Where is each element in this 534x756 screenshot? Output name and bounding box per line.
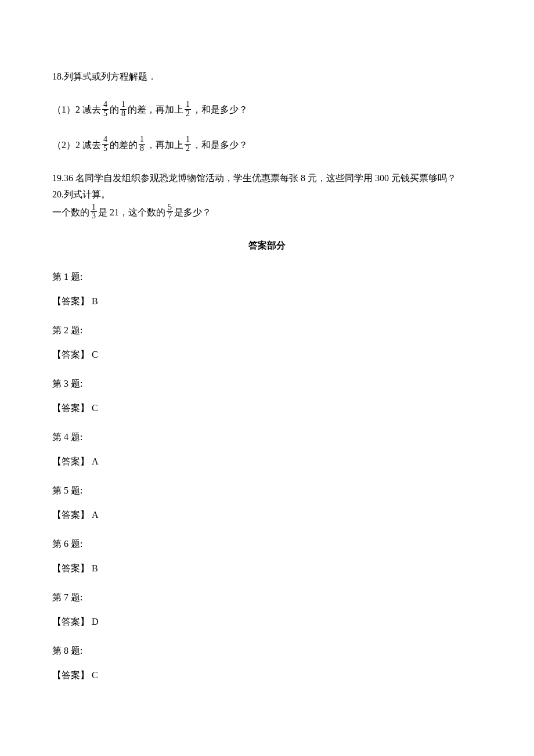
q18-sub1-mid2: 的差，再加上 [128, 103, 183, 117]
answer-value: 【答案】 C [52, 401, 482, 415]
fraction-4-5: 4 5 [102, 100, 109, 118]
answer-block-4: 第 4 题: 【答案】 A [52, 430, 482, 469]
answer-question-label: 第 8 题: [52, 644, 482, 658]
q20-post: 是多少？ [174, 206, 211, 219]
fraction-denominator: 2 [185, 110, 191, 118]
question-19: 19.36 名同学自发组织参观恐龙博物馆活动，学生优惠票每张 8 元，这些同学用… [52, 171, 482, 185]
question-18-sub2: （2）2 减去 4 5 的差的 1 8 ，再加上 1 2 ，和是多少？ [52, 136, 482, 153]
q18-sub2-pre: （2）2 减去 [52, 138, 101, 152]
answer-value: 【答案】 A [52, 508, 482, 522]
fraction-5-7: 5 7 [167, 203, 173, 221]
answer-value: 【答案】 A [52, 455, 482, 469]
fraction-denominator: 8 [139, 145, 145, 153]
answer-block-5: 第 5 题: 【答案】 A [52, 484, 482, 522]
q20-mid1: 是 21，这个数的 [98, 206, 165, 219]
answer-block-8: 第 8 题: 【答案】 C [52, 644, 482, 682]
answer-block-2: 第 2 题: 【答案】 C [52, 323, 482, 362]
fraction-numerator: 1 [120, 100, 127, 110]
answer-value: 【答案】 C [52, 668, 482, 682]
answers-header: 答案部分 [52, 239, 482, 253]
fraction-numerator: 1 [185, 135, 191, 145]
q18-sub2-mid2: ，再加上 [146, 138, 183, 152]
q18-sub2-mid1: 的差的 [110, 138, 138, 152]
fraction-4-5: 4 5 [102, 135, 109, 153]
fraction-numerator: 4 [102, 100, 109, 110]
fraction-denominator: 3 [91, 212, 97, 221]
answer-question-label: 第 6 题: [52, 537, 482, 551]
fraction-denominator: 5 [102, 110, 109, 118]
answer-value: 【答案】 B [52, 294, 482, 308]
q20-pre: 一个数的 [52, 206, 89, 219]
answer-block-1: 第 1 题: 【答案】 B [52, 270, 482, 308]
answer-question-label: 第 3 题: [52, 377, 482, 391]
fraction-1-8: 1 8 [139, 135, 145, 153]
q18-sub1-post: ，和是多少？ [192, 103, 248, 117]
answer-block-7: 第 7 题: 【答案】 D [52, 591, 482, 629]
answer-value: 【答案】 C [52, 348, 482, 362]
q18-sub1-mid1: 的 [110, 103, 119, 117]
q18-sub2-post: ，和是多少？ [192, 138, 248, 152]
answer-question-label: 第 7 题: [52, 591, 482, 604]
answer-question-label: 第 4 题: [52, 430, 482, 444]
fraction-numerator: 1 [139, 135, 145, 145]
question-18-sub1: （1）2 减去 4 5 的 1 8 的差，再加上 1 2 ，和是多少？ [52, 101, 482, 118]
answer-value: 【答案】 B [52, 561, 482, 575]
fraction-denominator: 7 [167, 212, 173, 221]
fraction-1-2: 1 2 [185, 135, 191, 153]
fraction-1-8: 1 8 [120, 100, 127, 118]
fraction-numerator: 4 [102, 135, 109, 145]
fraction-1-3: 1 3 [91, 203, 97, 221]
fraction-numerator: 5 [167, 203, 173, 213]
fraction-numerator: 1 [91, 203, 97, 213]
answer-question-label: 第 2 题: [52, 323, 482, 337]
answer-block-6: 第 6 题: 【答案】 B [52, 537, 482, 575]
fraction-denominator: 2 [185, 145, 191, 153]
answer-value: 【答案】 D [52, 615, 482, 629]
fraction-1-2: 1 2 [185, 100, 191, 118]
fraction-denominator: 8 [120, 110, 127, 118]
question-18-title: 18.列算式或列方程解题． [52, 70, 482, 84]
q18-sub1-pre: （1）2 减去 [52, 103, 101, 117]
question-20-detail: 一个数的 1 3 是 21，这个数的 5 7 是多少？ [52, 204, 482, 221]
answer-question-label: 第 5 题: [52, 484, 482, 498]
answer-block-3: 第 3 题: 【答案】 C [52, 377, 482, 415]
fraction-denominator: 5 [102, 145, 109, 153]
question-20-title: 20.列式计算。 [52, 188, 482, 201]
answer-question-label: 第 1 题: [52, 270, 482, 284]
fraction-numerator: 1 [185, 100, 191, 110]
